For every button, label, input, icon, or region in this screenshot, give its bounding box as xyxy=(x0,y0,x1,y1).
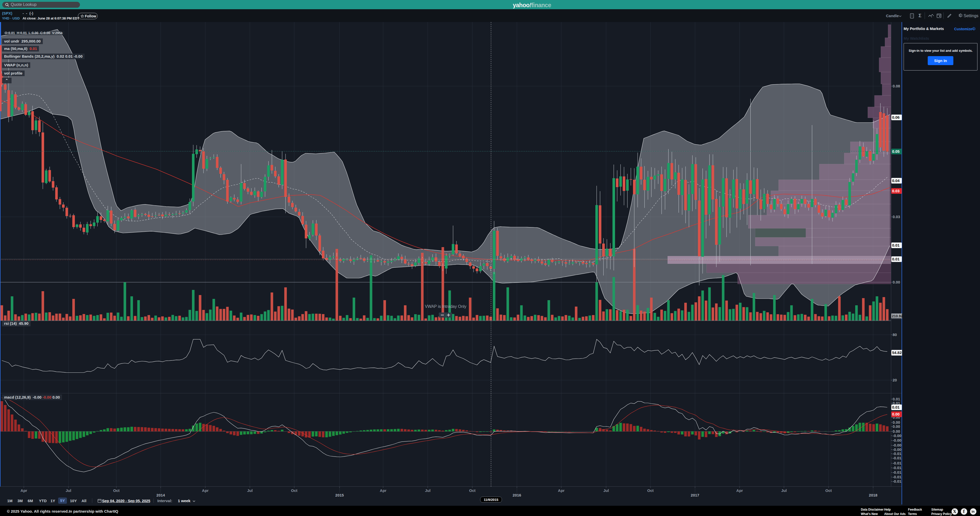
svg-text:Jul: Jul xyxy=(247,488,253,493)
svg-text:-0.01: -0.01 xyxy=(892,465,901,470)
svg-text:20: 20 xyxy=(892,378,897,382)
svg-text:-0.00: -0.00 xyxy=(892,443,901,447)
svg-text:Oct: Oct xyxy=(469,488,476,493)
svg-text:0.01: 0.01 xyxy=(892,257,899,261)
svg-text:Jul: Jul xyxy=(65,488,71,493)
svg-text:-0.00: -0.00 xyxy=(892,447,901,452)
svg-text:VWAP is Intraday Only: VWAP is Intraday Only xyxy=(425,304,466,309)
svg-text:54.82: 54.82 xyxy=(892,350,902,355)
svg-text:2017: 2017 xyxy=(690,493,699,497)
svg-text:Oct: Oct xyxy=(291,488,297,493)
svg-text:-0.01: -0.01 xyxy=(892,479,901,483)
svg-text:Oct: Oct xyxy=(647,488,654,493)
svg-text:-0.01: -0.01 xyxy=(892,456,901,460)
svg-text:0.00: 0.00 xyxy=(892,412,899,416)
svg-text:Apr: Apr xyxy=(21,488,27,493)
svg-text:2015: 2015 xyxy=(335,493,344,497)
svg-text:80: 80 xyxy=(892,333,897,337)
svg-text:0.01: 0.01 xyxy=(892,397,900,401)
svg-text:0.01: 0.01 xyxy=(892,243,899,247)
svg-text:2014: 2014 xyxy=(156,493,165,497)
svg-text:0.00: 0.00 xyxy=(892,280,900,284)
svg-text:0.08: 0.08 xyxy=(892,84,900,88)
svg-text:0.04: 0.04 xyxy=(892,178,900,183)
svg-text:0.01: 0.01 xyxy=(892,405,899,409)
svg-text:0.06: 0.06 xyxy=(892,115,899,119)
svg-text:-0.00: -0.00 xyxy=(892,433,901,438)
svg-text:0.00: 0.00 xyxy=(892,424,900,428)
svg-text:0.03: 0.03 xyxy=(892,189,899,193)
svg-text:-0.01: -0.01 xyxy=(892,451,901,456)
svg-text:Jul: Jul xyxy=(425,488,431,493)
svg-text:0.00: 0.00 xyxy=(892,429,900,433)
svg-text:Jul: Jul xyxy=(781,488,787,493)
svg-text:11/9/2015: 11/9/2015 xyxy=(484,498,498,502)
svg-text:-0.00: -0.00 xyxy=(892,438,901,443)
svg-text:2018: 2018 xyxy=(869,493,877,497)
svg-text:Oct: Oct xyxy=(825,488,832,493)
svg-text:2016: 2016 xyxy=(512,493,521,497)
svg-text:-0.01: -0.01 xyxy=(892,475,901,479)
svg-text:Oct: Oct xyxy=(113,488,119,493)
svg-text:0.03: 0.03 xyxy=(892,215,900,219)
svg-text:Apr: Apr xyxy=(380,488,387,493)
svg-text:Apr: Apr xyxy=(736,488,743,493)
svg-text:210.92: 210.92 xyxy=(892,314,903,318)
svg-text:Apr: Apr xyxy=(558,488,565,493)
svg-text:0.05: 0.05 xyxy=(892,149,899,153)
svg-text:0.00: 0.00 xyxy=(892,420,900,425)
svg-text:-0.01: -0.01 xyxy=(892,470,901,475)
svg-text:-0.01: -0.01 xyxy=(892,461,901,465)
svg-text:Jul: Jul xyxy=(603,488,609,493)
svg-text:Apr: Apr xyxy=(202,488,208,493)
